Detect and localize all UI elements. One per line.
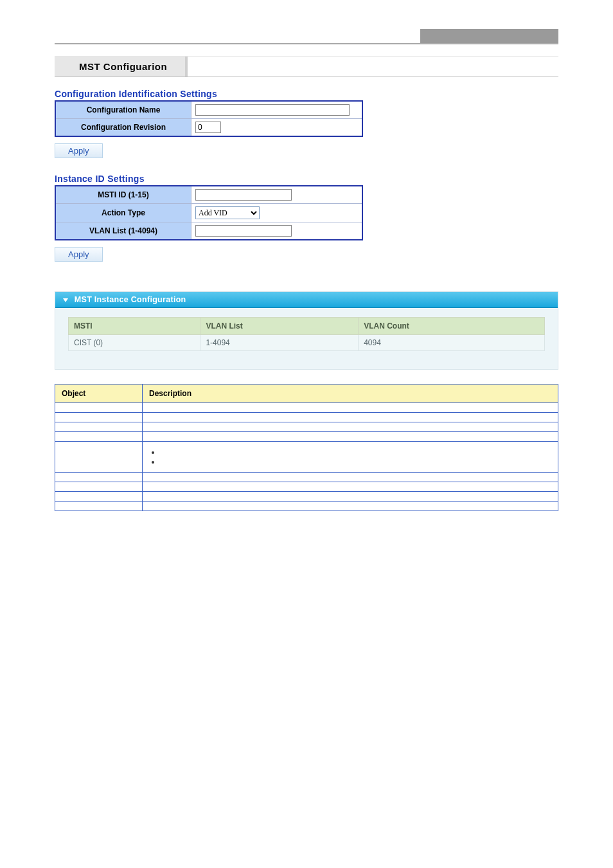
header-brand — [420, 29, 558, 43]
desc-obj — [55, 492, 143, 502]
description-table: Object Description — [55, 384, 558, 511]
desc-text — [143, 492, 558, 502]
page-title-bar: MST Configuarion — [55, 56, 558, 77]
desc-text — [143, 403, 558, 413]
config-name-input[interactable] — [195, 104, 350, 116]
vlan-list-label: VLAN List (1-4094) — [55, 222, 191, 240]
table-row — [55, 492, 558, 502]
desc-text — [143, 413, 558, 422]
config-id-table: Configuration Name Configuration Revisio… — [55, 100, 363, 137]
apply-button[interactable]: Apply — [55, 143, 103, 158]
desc-obj — [55, 442, 143, 473]
desc-text — [143, 473, 558, 482]
table-row — [55, 422, 558, 432]
desc-text — [143, 442, 558, 473]
vlan-list-input[interactable] — [195, 225, 292, 237]
bullet-item — [161, 448, 551, 457]
config-revision-input[interactable] — [195, 122, 221, 133]
chevron-down-icon — [63, 298, 68, 302]
table-row — [55, 473, 558, 482]
desc-obj — [55, 502, 143, 511]
cell-msti: CIST (0) — [69, 335, 200, 351]
config-revision-label: Configuration Revision — [55, 119, 191, 137]
desc-header-object: Object — [55, 384, 143, 403]
col-msti: MSTI — [69, 318, 200, 335]
mst-instance-panel: MST Instance Configuration MSTI VLAN Lis… — [55, 291, 558, 370]
bullet-item — [161, 457, 551, 466]
desc-text — [143, 502, 558, 511]
desc-text — [143, 482, 558, 492]
desc-obj — [55, 422, 143, 432]
page-title: MST Configuarion — [55, 57, 188, 77]
col-vlan-list: VLAN List — [200, 318, 359, 335]
table-row: CIST (0) 1-4094 4094 — [69, 335, 545, 351]
table-row — [55, 413, 558, 422]
action-type-label: Action Type — [55, 204, 191, 222]
panel-title: MST Instance Configuration — [75, 295, 186, 304]
desc-header-description: Description — [143, 384, 558, 403]
desc-obj — [55, 473, 143, 482]
apply-button[interactable]: Apply — [55, 247, 103, 262]
section-config-id-title: Configuration Identification Settings — [55, 89, 558, 99]
desc-obj — [55, 403, 143, 413]
cell-vlan-list: 1-4094 — [200, 335, 359, 351]
cell-vlan-count: 4094 — [359, 335, 545, 351]
msti-id-input[interactable] — [195, 189, 292, 201]
desc-obj — [55, 413, 143, 422]
table-row — [55, 482, 558, 492]
section-instance-title: Instance ID Settings — [55, 174, 558, 184]
mst-instance-table: MSTI VLAN List VLAN Count CIST (0) 1-409… — [68, 317, 545, 351]
desc-text — [143, 432, 558, 442]
desc-obj — [55, 432, 143, 442]
instance-id-table: MSTI ID (1-15) Action Type Add VID VLAN … — [55, 185, 363, 240]
col-vlan-count: VLAN Count — [359, 318, 545, 335]
table-row — [55, 442, 558, 473]
table-row — [55, 432, 558, 442]
desc-text — [143, 422, 558, 432]
desc-obj — [55, 482, 143, 492]
panel-header[interactable]: MST Instance Configuration — [55, 292, 558, 308]
table-row — [55, 403, 558, 413]
msti-id-label: MSTI ID (1-15) — [55, 186, 191, 204]
config-name-label: Configuration Name — [55, 101, 191, 119]
table-row — [55, 502, 558, 511]
action-type-select[interactable]: Add VID — [195, 206, 260, 219]
